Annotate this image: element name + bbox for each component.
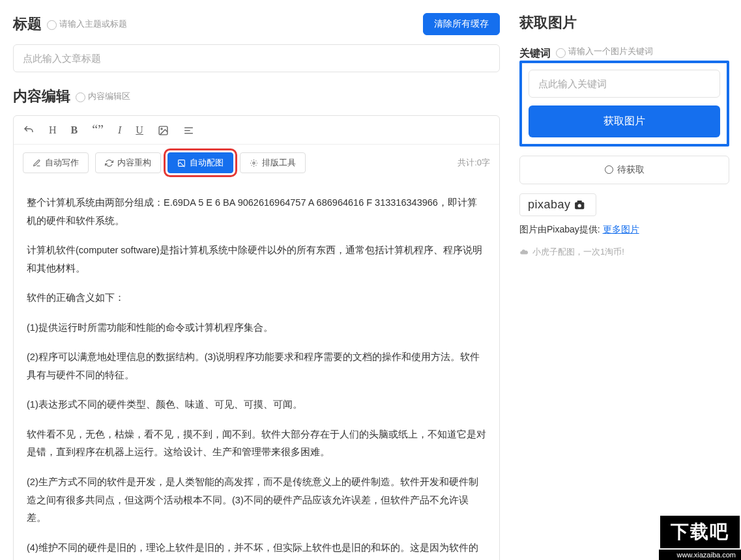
keyword-input[interactable] [529, 70, 720, 98]
fetch-title: 获取图片 [519, 13, 729, 33]
italic-icon[interactable]: I [118, 124, 121, 136]
keyword-hint: 请输入一个图片关键词 [556, 46, 653, 57]
watermark-url: www.xiazaiba.com [659, 550, 741, 560]
credit-prefix: 图片由Pixabay提供: [519, 224, 603, 234]
para: 整个计算机系统由两部分组成：E.69DA 5 E 6 BA 9062616964… [27, 194, 486, 230]
svg-point-1 [161, 128, 162, 130]
content-label: 内容编辑 内容编辑区 [13, 87, 130, 106]
pending-label: 待获取 [617, 164, 645, 176]
format-toolbar: H B “” I U [14, 116, 499, 145]
svg-point-6 [253, 161, 255, 163]
image-icon[interactable] [158, 124, 169, 136]
undo-icon[interactable] [23, 124, 35, 136]
align-left-icon[interactable] [183, 124, 194, 136]
quote-icon[interactable]: “” [92, 122, 104, 137]
watermark: 下载吧 www.xiazaiba.com [659, 514, 741, 560]
content-section-header: 内容编辑 内容编辑区 [13, 87, 500, 106]
restructure-label: 内容重构 [117, 157, 151, 169]
para: 计算机软件(computer software)是指计算机系统中除硬件以外的所有… [27, 242, 486, 277]
more-images-link[interactable]: 更多图片 [603, 224, 639, 234]
content-hint: 内容编辑区 [76, 91, 130, 102]
pending-status: 待获取 [519, 156, 729, 184]
layout-tool-label: 排版工具 [262, 157, 296, 169]
svg-rect-9 [577, 201, 581, 203]
clear-cache-button[interactable]: 清除所有缓存 [423, 13, 500, 35]
underline-icon[interactable]: U [136, 124, 143, 136]
heading-icon[interactable]: H [49, 124, 57, 136]
watermark-text: 下载吧 [659, 514, 741, 550]
para: (1)表达形式不同的硬件类型、颜色、味道、可见、可摸、可闻。 [27, 396, 486, 414]
credit-line: 图片由Pixabay提供: 更多图片 [519, 224, 729, 236]
bold-icon[interactable]: B [71, 124, 78, 136]
para: (4)维护不同的硬件是旧的，理论上软件是旧的，并不坏，但实际上软件也是旧的和坏的… [27, 539, 486, 560]
para: 软件的正确含义如下： [27, 289, 486, 307]
title-section-header: 标题 请输入主题或标题 清除所有缓存 [13, 13, 500, 35]
main-panel: 标题 请输入主题或标题 清除所有缓存 内容编辑 内容编辑区 H B “” I U [0, 0, 513, 560]
title-hint: 请输入主题或标题 [47, 18, 127, 30]
auto-write-button[interactable]: 自动写作 [23, 152, 89, 173]
keyword-box: 获取图片 [519, 61, 729, 147]
auto-image-label: 自动配图 [190, 157, 224, 169]
pixabay-text: pixabay [528, 198, 571, 212]
title-text: 标题 [13, 14, 42, 34]
content-text: 内容编辑 [13, 87, 70, 106]
para: (2)生产方式不同的软件是开发，是人类智能的高发挥，而不是传统意义上的硬件制造。… [27, 473, 486, 527]
cloud-icon [519, 247, 529, 257]
auto-image-button[interactable]: 自动配图 [167, 152, 233, 173]
pixabay-logo: pixabay [519, 193, 596, 216]
sidebar: 获取图片 关键词 请输入一个图片关键词 获取图片 待获取 pixabay 图片由… [513, 0, 741, 560]
camera-icon [574, 198, 588, 212]
content-area[interactable]: 整个计算机系统由两部分组成：E.69DA 5 E 6 BA 9062616964… [14, 181, 499, 560]
para: (1)提供运行时所需功能和性能的命令或计算机程序集合。 [27, 319, 486, 337]
svg-point-8 [577, 204, 581, 207]
title-input[interactable] [13, 44, 500, 72]
word-count: 共计:0字 [458, 157, 490, 169]
layout-tool-button[interactable]: 排版工具 [240, 152, 306, 173]
editor-box: H B “” I U 自动写作 内容重构 [13, 115, 500, 560]
para: (2)程序可以满意地处理信息的数据结构。(3)说明程序功能要求和程序需要的文档的… [27, 348, 486, 384]
para: 软件看不见，无色，枯燥，看不见，摸不到，闻不到。软件大部分存在于人们的头脑或纸上… [27, 426, 486, 462]
keyword-header: 关键词 请输入一个图片关键词 [519, 46, 729, 61]
circle-icon [605, 165, 613, 174]
action-toolbar: 自动写作 内容重构 自动配图 排版工具 共计:0字 [14, 145, 499, 181]
tip-text: 小虎子配图，一次1淘币! [532, 246, 624, 258]
restructure-button[interactable]: 内容重构 [95, 152, 161, 173]
fetch-image-button[interactable]: 获取图片 [529, 105, 720, 137]
auto-write-label: 自动写作 [45, 157, 79, 169]
title-label: 标题 请输入主题或标题 [13, 14, 127, 34]
keyword-label: 关键词 [519, 47, 551, 61]
tip-line: 小虎子配图，一次1淘币! [519, 246, 729, 258]
